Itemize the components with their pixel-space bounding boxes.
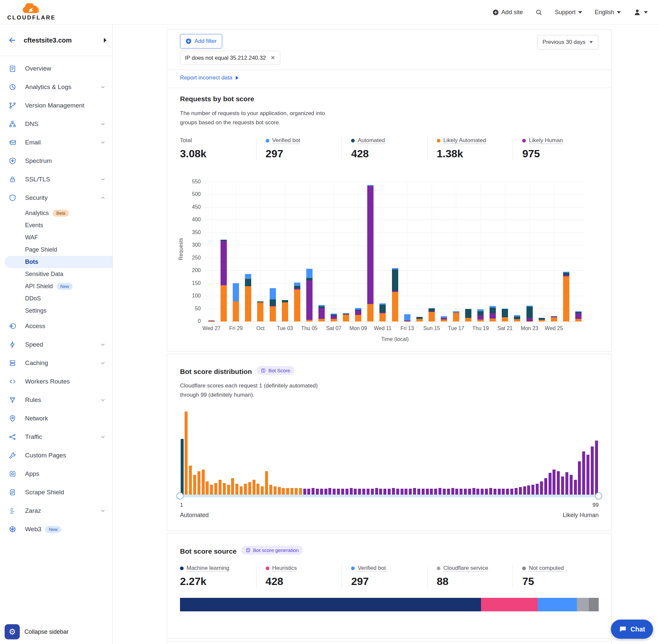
histogram-bin-11 bbox=[223, 483, 226, 495]
sidebar-item-spectrum[interactable]: Spectrum bbox=[0, 152, 112, 170]
h-gridline bbox=[205, 258, 585, 258]
filter-chip[interactable]: IP does not equal 35.212.240.32 ✕ bbox=[180, 51, 280, 65]
bot-score-generation-badge[interactable]: Bot score generation bbox=[241, 546, 303, 555]
sidebar-item-security-analytics[interactable]: AnalyticsBeta bbox=[0, 207, 112, 219]
collapse-sidebar-button[interactable]: Collapse sidebar bbox=[24, 628, 69, 636]
requests-bar-20 bbox=[453, 311, 459, 322]
sidebar-item-settings[interactable]: Settings bbox=[0, 305, 112, 317]
sidebar-item-scrape-shield[interactable]: Scrape Shield bbox=[0, 483, 112, 502]
histogram-bin-53 bbox=[401, 489, 403, 495]
sidebar-item-network[interactable]: Network bbox=[0, 409, 112, 428]
histogram-bin-44 bbox=[362, 489, 365, 495]
scrape-shield-icon bbox=[8, 488, 17, 496]
version-management-icon bbox=[8, 101, 17, 110]
stat-term[interactable]: Automated bbox=[358, 137, 385, 144]
sidebar-item-label: Settings bbox=[25, 307, 46, 314]
stat-term[interactable]: Likely Automated bbox=[443, 137, 486, 144]
legend-dot-icon bbox=[437, 567, 441, 570]
sidebar-item-security[interactable]: Security bbox=[0, 189, 112, 207]
sidebar-item-apps[interactable]: Apps bbox=[0, 465, 112, 483]
likely-human-end-label: Likely Human bbox=[180, 512, 599, 519]
support-menu[interactable]: Support bbox=[555, 9, 582, 16]
bar-segment-likely_automated bbox=[575, 319, 582, 322]
x-axis-title: Time (local) bbox=[205, 336, 585, 342]
histogram-bin-17 bbox=[248, 482, 251, 495]
requests-bar-28 bbox=[551, 316, 557, 322]
add-site-label: Add site bbox=[501, 9, 523, 16]
bar-segment-likely_human bbox=[575, 313, 582, 319]
stat-term[interactable]: Verified bot bbox=[272, 137, 300, 144]
sidebar-item-traffic[interactable]: Traffic bbox=[0, 428, 112, 446]
add-site-button[interactable]: Add site bbox=[493, 9, 523, 16]
workers-routes-icon bbox=[8, 377, 17, 386]
sidebar-item-custom-pages[interactable]: Custom Pages bbox=[0, 446, 112, 465]
sidebar-item-dns[interactable]: DNS bbox=[0, 115, 112, 133]
histogram-bin-3 bbox=[189, 466, 192, 495]
sidebar-item-ssl-tls[interactable]: SSL/TLS bbox=[0, 170, 112, 189]
sidebar-item-email[interactable]: Email bbox=[0, 133, 112, 152]
bot-score-histogram bbox=[180, 410, 599, 495]
slider-handle-max[interactable] bbox=[595, 492, 602, 500]
sidebar-item-access[interactable]: Access bbox=[0, 317, 112, 335]
sidebar-item-zaraz[interactable]: Zaraz bbox=[0, 502, 112, 520]
date-range-dropdown[interactable]: Previous 30 days bbox=[537, 35, 598, 49]
score-range-slider-track[interactable] bbox=[180, 495, 599, 497]
bar-segment-likely_human bbox=[220, 241, 227, 285]
sidebar-item-events[interactable]: Events bbox=[0, 219, 112, 231]
histogram-bin-45 bbox=[367, 489, 370, 495]
stat-term[interactable]: Cloudflare service bbox=[443, 565, 488, 572]
sidebar-item-ddos[interactable]: DDoS bbox=[0, 293, 112, 305]
stat-term[interactable]: Likely Human bbox=[529, 137, 563, 144]
sidebar-item-version-management[interactable]: Version Management bbox=[0, 96, 112, 115]
bar-segment-automated bbox=[392, 270, 398, 291]
stat-term[interactable]: Heuristics bbox=[272, 565, 297, 572]
requests-stat-3: Likely Automated1.38k bbox=[427, 137, 513, 160]
bot-score-doc-badge[interactable]: Bot Score bbox=[257, 366, 295, 375]
add-filter-button[interactable]: Add filter bbox=[180, 34, 222, 48]
source-stat-value: 428 bbox=[266, 575, 342, 588]
sidebar-item-workers-routes[interactable]: Workers Routes bbox=[0, 372, 112, 391]
security-icon bbox=[8, 194, 17, 202]
bar-segment-likely_automated bbox=[441, 320, 447, 322]
sidebar-item-label: Overview bbox=[25, 65, 51, 72]
sidebar-item-label: Custom Pages bbox=[25, 452, 66, 459]
site-expand-caret-icon[interactable] bbox=[104, 38, 107, 43]
sidebar-item-page-shield[interactable]: Page Shield bbox=[0, 244, 112, 256]
back-arrow-icon[interactable] bbox=[8, 36, 17, 45]
traffic-icon bbox=[8, 433, 17, 441]
stat-term[interactable]: Machine learning bbox=[187, 565, 229, 572]
chat-button[interactable]: Chat bbox=[611, 620, 653, 639]
source-stacked-bar bbox=[180, 598, 599, 611]
sidebar-item-overview[interactable]: Overview bbox=[0, 59, 112, 78]
sidebar-item-sensitive-data[interactable]: Sensitive Data bbox=[0, 268, 112, 280]
bar-segment-automated bbox=[514, 317, 520, 319]
sidebar-item-api-shield[interactable]: API ShieldNew bbox=[0, 280, 112, 293]
stat-term[interactable]: Not computed bbox=[529, 565, 564, 572]
sidebar-item-caching[interactable]: Caching bbox=[0, 354, 112, 372]
sidebar-item-analytics-logs[interactable]: Analytics & Logs bbox=[0, 78, 112, 96]
sidebar-item-label: Version Management bbox=[25, 102, 85, 109]
sidebar-item-waf[interactable]: WAF bbox=[0, 231, 112, 244]
source-stat-2: Verified bot297 bbox=[342, 565, 427, 588]
user-menu[interactable] bbox=[633, 8, 648, 16]
slider-handle-min[interactable] bbox=[176, 492, 184, 500]
requests-bar-17 bbox=[416, 317, 423, 322]
report-incorrect-data-link[interactable]: Report incorrect data bbox=[180, 74, 239, 81]
sidebar-item-bots[interactable]: Bots bbox=[5, 256, 112, 268]
requests-bar-22 bbox=[477, 309, 484, 322]
search-button[interactable] bbox=[535, 9, 542, 16]
sidebar-item-speed[interactable]: Speed bbox=[0, 335, 112, 354]
close-icon[interactable]: ✕ bbox=[270, 54, 275, 61]
bar-segment-likely_automated bbox=[477, 320, 484, 322]
support-label: Support bbox=[555, 9, 575, 16]
stat-term[interactable]: Verified bot bbox=[358, 565, 386, 572]
sidebar-item-web3[interactable]: Web3New bbox=[0, 520, 112, 538]
source-segment-machine-learning bbox=[180, 598, 481, 611]
histogram-bin-99 bbox=[595, 440, 598, 495]
language-menu[interactable]: English bbox=[595, 9, 621, 16]
apps-icon bbox=[8, 470, 17, 478]
histogram-bin-62 bbox=[439, 488, 442, 495]
sidebar-item-rules[interactable]: Rules bbox=[0, 391, 112, 409]
settings-gear-button[interactable]: ⚙ bbox=[5, 624, 20, 639]
y-tick-label: 200 bbox=[182, 268, 201, 273]
